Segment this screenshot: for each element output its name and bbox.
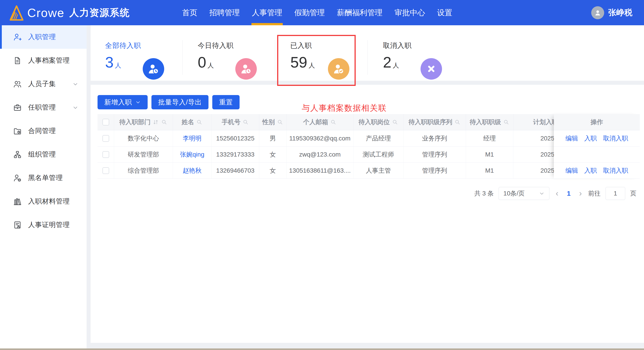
cell-email: zwq@123.com: [286, 146, 354, 162]
nav-item-label: 人事管理: [252, 8, 282, 18]
search-icon[interactable]: [454, 119, 461, 126]
search-icon[interactable]: [330, 119, 337, 126]
select-all-cell: [98, 114, 114, 130]
sidebar-item-6[interactable]: 组织管理: [0, 143, 86, 166]
search-icon[interactable]: [503, 119, 510, 126]
cancel-onboard-link[interactable]: 取消入职: [603, 166, 628, 175]
page-size-select[interactable]: 10条/页: [498, 187, 550, 200]
actions-row-1: 编辑入职取消入职: [554, 130, 640, 146]
user-avatar-icon: [591, 6, 604, 19]
column-header-8: 待入职职级: [466, 114, 513, 130]
column-header-4: 性别: [259, 114, 286, 130]
sidebar-item-5[interactable]: 合同管理: [0, 119, 86, 143]
nav-item-5[interactable]: 薪酬福利管理: [336, 0, 383, 25]
annotation-text: 与人事档案数据相关联: [302, 103, 387, 114]
sidebar-item-8[interactable]: 入职材料管理: [0, 190, 86, 213]
search-icon[interactable]: [392, 119, 398, 126]
cell-text: 13329173333: [216, 151, 254, 158]
nav-item-1[interactable]: 首页: [182, 0, 198, 25]
stat-card-2: 今日待入职0人: [183, 25, 276, 81]
cell-text: M1: [485, 151, 494, 158]
row-checkbox[interactable]: [102, 135, 109, 142]
sort-icon[interactable]: [152, 119, 159, 126]
page-size-value: 10条/页: [503, 189, 524, 198]
column-header-5: 个人邮箱: [286, 114, 354, 130]
cell-department: 研发管理部: [114, 146, 173, 162]
cell-text: 人事主管: [366, 166, 391, 175]
toolbar-button-1[interactable]: 新增入职: [98, 95, 148, 109]
next-page-button[interactable]: ›: [578, 189, 583, 198]
chevron-down-icon: [72, 104, 78, 111]
column-header-label: 待入职部门: [119, 118, 150, 126]
sidebar-item-2[interactable]: 人事档案管理: [0, 49, 86, 72]
goto-page-input[interactable]: [606, 187, 625, 200]
page-unit-label: 页: [630, 189, 636, 198]
cell-text: M1: [485, 167, 494, 174]
search-icon[interactable]: [242, 119, 249, 126]
row-checkbox[interactable]: [102, 151, 109, 158]
cell-name[interactable]: 张婉qing: [173, 146, 212, 162]
certificate-icon: [13, 220, 22, 230]
user-menu[interactable]: 张峥税: [591, 0, 632, 25]
column-header-label: 待入职岗位: [358, 118, 390, 126]
user-name: 张峥税: [608, 7, 632, 18]
toolbar-button-2[interactable]: 批量导入/导出: [152, 95, 208, 109]
column-header-2: 姓名: [173, 114, 212, 130]
stat-unit: 人: [393, 61, 399, 70]
onboarding-table: 待入职部门姓名手机号性别个人邮箱待入职岗位待入职职级序列待入职职级计划入职日期 …: [98, 114, 640, 179]
cell-text: 1195309362@qq.com: [289, 135, 350, 142]
cancel-onboard-link[interactable]: 取消入职: [603, 134, 628, 143]
toolbar-button-3[interactable]: 重置: [212, 95, 240, 109]
onboard-link[interactable]: 入职: [584, 134, 597, 143]
cell-name[interactable]: 李明明: [173, 130, 212, 146]
cell-text: 产品经理: [366, 134, 391, 143]
table-fixed-actions-column: 操作编辑入职取消入职编辑入职取消入职: [554, 114, 640, 179]
nav-item-4[interactable]: 假勤管理: [294, 0, 325, 25]
page-number-1[interactable]: 1: [564, 190, 573, 197]
cell-text: 女: [270, 150, 276, 159]
chevron-down-icon: [539, 190, 545, 196]
nav-item-7[interactable]: 设置: [437, 0, 453, 25]
sidebar-item-label: 黑名单管理: [28, 173, 63, 182]
sidebar-item-3[interactable]: 人员子集: [0, 72, 86, 96]
actions-column-header: 操作: [554, 114, 640, 130]
sidebar-item-9[interactable]: 人事证明管理: [0, 213, 86, 236]
sidebar-item-label: 组织管理: [28, 150, 56, 159]
cell-gender: 女: [259, 162, 286, 178]
chevron-down-icon: [135, 99, 141, 105]
nav-item-3[interactable]: 人事管理: [252, 0, 283, 25]
cell-text: 张婉qing: [180, 150, 204, 159]
briefcase-icon: [13, 103, 22, 112]
nav-item-2[interactable]: 招聘管理: [209, 0, 240, 25]
cell-name[interactable]: 赵艳秋: [173, 162, 212, 178]
window-bottom-edge: [0, 348, 644, 350]
edit-link[interactable]: 编辑: [566, 134, 578, 143]
sidebar-item-label: 入职材料管理: [28, 197, 70, 206]
books-icon: [13, 197, 22, 206]
onboard-link[interactable]: 入职: [584, 166, 597, 175]
cell-level: M1: [466, 162, 513, 178]
sidebar-item-7[interactable]: 黑名单管理: [0, 166, 86, 190]
cell-text: 业务序列: [422, 134, 447, 143]
cell-text: 管理序列: [422, 166, 447, 175]
nav-item-6[interactable]: 审批中心: [394, 0, 426, 25]
row-checkbox[interactable]: [102, 167, 109, 174]
sidebar-item-label: 入职管理: [28, 32, 56, 42]
column-header-label: 待入职职级序列: [408, 118, 452, 126]
sidebar-item-label: 人事证明管理: [28, 220, 70, 230]
search-icon[interactable]: [161, 119, 168, 126]
column-header-6: 待入职岗位: [354, 114, 404, 130]
sidebar-item-1[interactable]: 入职管理: [0, 25, 86, 49]
stat-value: 3: [105, 54, 114, 71]
cell-text: zwq@123.com: [299, 151, 341, 158]
goto-label: 前往: [588, 189, 600, 198]
search-icon[interactable]: [196, 119, 203, 126]
sidebar: 入职管理人事档案管理人员子集任职管理合同管理组织管理黑名单管理入职材料管理人事证…: [0, 25, 86, 349]
edit-link[interactable]: 编辑: [566, 166, 578, 175]
search-icon[interactable]: [277, 119, 284, 126]
button-label: 批量导入/导出: [158, 98, 202, 107]
prev-page-button[interactable]: ‹: [554, 189, 560, 198]
column-header-label: 个人邮箱: [303, 118, 328, 126]
sidebar-item-4[interactable]: 任职管理: [0, 96, 86, 119]
select-all-checkbox[interactable]: [102, 119, 109, 126]
